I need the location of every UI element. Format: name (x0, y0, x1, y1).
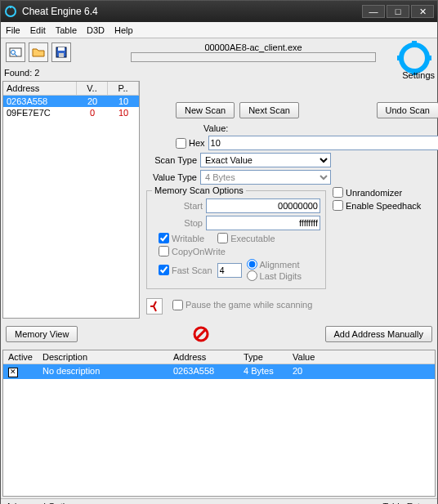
add-address-manually-button[interactable]: Add Address Manually (325, 326, 432, 342)
svg-rect-11 (397, 56, 404, 60)
save-button[interactable] (51, 42, 71, 62)
open-file-button[interactable] (29, 42, 48, 62)
app-icon (4, 5, 17, 18)
col-address[interactable]: Address (3, 82, 77, 95)
col-previous[interactable]: P.. (108, 82, 139, 95)
scantype-label: Scan Type (146, 155, 197, 165)
new-scan-button[interactable]: New Scan (176, 102, 235, 118)
col-value[interactable]: V.. (77, 82, 108, 95)
clear-icon[interactable] (192, 325, 210, 343)
col-active[interactable]: Active (3, 350, 38, 364)
fastscan-checkbox[interactable] (159, 265, 169, 275)
menu-d3d[interactable]: D3D (87, 25, 105, 35)
result-row[interactable]: 0263A558 20 10 (3, 96, 139, 107)
memory-view-button[interactable]: Memory View (6, 326, 78, 342)
pause-checkbox[interactable] (172, 300, 183, 310)
svg-rect-1 (10, 6, 11, 8)
start-input[interactable] (206, 198, 320, 213)
svg-point-8 (401, 45, 427, 71)
menu-file[interactable]: File (6, 25, 20, 35)
scantype-select[interactable]: Exact Value (200, 153, 331, 167)
undo-scan-button[interactable]: Undo Scan (377, 102, 438, 118)
writable-checkbox[interactable] (159, 233, 169, 243)
result-row[interactable]: 09FE7E7C 0 10 (3, 107, 139, 118)
col-description[interactable]: Description (38, 350, 168, 364)
valuetype-label: Value Type (146, 172, 197, 182)
alignment-radio[interactable] (247, 259, 257, 270)
valuetype-select[interactable]: 4 Bytes (200, 170, 331, 185)
svg-rect-9 (412, 41, 417, 47)
value-label: Value: (203, 123, 228, 133)
col-type[interactable]: Type (239, 350, 288, 364)
menu-table[interactable]: Table (56, 25, 77, 35)
svg-rect-12 (425, 56, 431, 60)
svg-rect-7 (59, 53, 64, 57)
toolbar: 00000AE8-ac_client.exe (1, 38, 437, 66)
next-scan-button[interactable]: Next Scan (239, 102, 299, 118)
copyonwrite-checkbox[interactable] (159, 246, 169, 256)
unrandomizer-checkbox[interactable] (333, 187, 343, 198)
menubar: File Edit Table D3D Help (1, 22, 437, 38)
menu-help[interactable]: Help (114, 25, 133, 35)
value-input[interactable] (208, 136, 438, 150)
titlebar: Cheat Engine 6.4 — □ ✕ (1, 1, 437, 22)
active-checkbox[interactable]: ✕ (8, 368, 18, 377)
table-row[interactable]: ✕ No description 0263A558 4 Bytes 20 (3, 364, 435, 379)
minimize-button[interactable]: — (362, 5, 385, 18)
col-value2[interactable]: Value (288, 350, 435, 364)
svg-rect-6 (58, 47, 65, 51)
scan-progress (131, 52, 376, 62)
pointer-tool-icon[interactable] (146, 298, 163, 314)
executable-checkbox[interactable] (217, 233, 228, 243)
maximize-button[interactable]: □ (387, 5, 409, 18)
close-button[interactable]: ✕ (411, 5, 434, 18)
found-count: Found: 2 (1, 66, 437, 79)
fastscan-input[interactable] (217, 263, 242, 278)
process-name: 00000AE8-ac_client.exe (204, 42, 302, 52)
results-list: Address V.. P.. 0263A558 20 10 09FE7E7C … (2, 81, 140, 319)
address-table: Active Description Address Type Value ✕ … (2, 350, 436, 497)
stop-input[interactable] (206, 216, 320, 230)
lastdigits-radio[interactable] (247, 270, 257, 281)
speedhack-checkbox[interactable] (333, 200, 343, 211)
svg-line-14 (196, 329, 206, 339)
open-process-button[interactable] (6, 42, 25, 62)
memory-scan-options: Memory Scan Options Start Stop Writable … (146, 190, 326, 289)
menu-edit[interactable]: Edit (30, 25, 46, 35)
hex-checkbox[interactable] (176, 138, 186, 149)
col-address2[interactable]: Address (168, 350, 239, 364)
window-title: Cheat Engine 6.4 (22, 6, 362, 17)
